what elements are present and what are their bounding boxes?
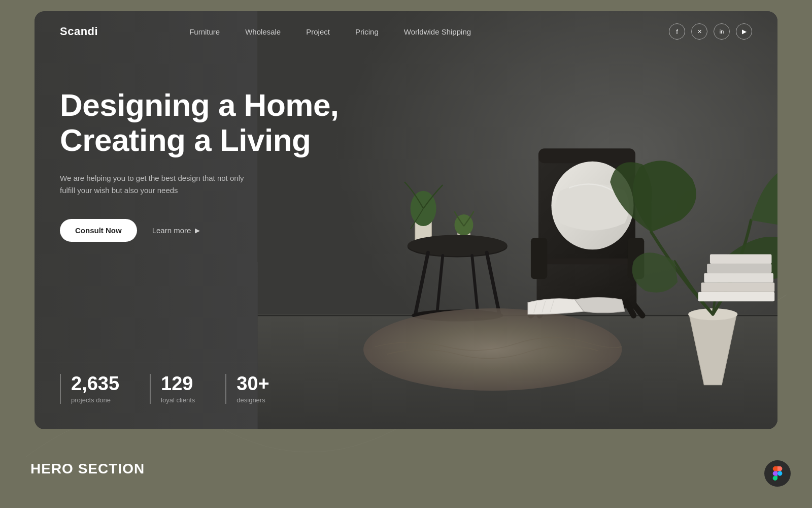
stats-section: 2,635 projects done 129 loyal clients 30…	[60, 374, 300, 404]
social-icons: f ✕ in ▶	[669, 23, 752, 40]
youtube-icon[interactable]: ▶	[736, 23, 752, 40]
navbar: Scandi Furniture Wholesale Project Prici…	[35, 11, 777, 52]
svg-rect-28	[701, 282, 775, 292]
nav-link-project[interactable]: Project	[306, 27, 330, 36]
floor-line	[35, 363, 777, 363]
learn-more-button[interactable]: Learn more ▶	[152, 226, 200, 235]
hero-title-line2: Creating a Living	[60, 122, 311, 157]
stat-clients: 129 loyal clients	[150, 374, 215, 404]
bottom-bar: HERO SECTION	[0, 429, 812, 508]
hero-title: Designing a Home, Creating a Living	[60, 87, 354, 158]
stat-projects: 2,635 projects done	[60, 374, 140, 404]
stat-designers: 30+ designers	[225, 374, 289, 404]
stat-designers-number: 30+	[236, 374, 269, 393]
hero-title-line1: Designing a Home,	[60, 87, 339, 122]
stat-projects-number: 2,635	[71, 374, 119, 393]
hero-subtitle: We are helping you to get the best desig…	[60, 172, 248, 197]
svg-rect-30	[707, 264, 771, 273]
svg-point-8	[408, 235, 507, 256]
nav-links: Furniture Wholesale Project Pricing Worl…	[189, 27, 669, 36]
nav-link-pricing[interactable]: Pricing	[355, 27, 379, 36]
twitter-icon[interactable]: ✕	[691, 23, 707, 40]
svg-rect-29	[704, 273, 773, 283]
logo[interactable]: Scandi	[60, 25, 98, 38]
svg-rect-31	[710, 255, 772, 264]
consult-now-button[interactable]: Consult Now	[60, 219, 137, 242]
svg-point-25	[363, 308, 622, 391]
stat-projects-label: projects done	[71, 396, 119, 404]
stat-clients-label: loyal clients	[161, 396, 195, 404]
svg-rect-19	[538, 148, 635, 163]
figma-badge[interactable]	[764, 460, 791, 487]
learn-more-arrow-icon: ▶	[195, 227, 200, 234]
figma-logo-icon	[770, 466, 785, 481]
stat-designers-label: designers	[236, 396, 269, 404]
hero-card: Scandi Furniture Wholesale Project Prici…	[35, 11, 777, 429]
svg-rect-27	[698, 292, 774, 302]
cta-row: Consult Now Learn more ▶	[60, 219, 354, 242]
hero-content: Designing a Home, Creating a Living We a…	[60, 87, 354, 242]
bottom-section-label: HERO SECTION	[30, 461, 145, 477]
nav-link-worldwide-shipping[interactable]: Worldwide Shipping	[404, 27, 471, 36]
svg-rect-20	[531, 238, 547, 279]
stat-clients-number: 129	[161, 374, 195, 393]
nav-link-furniture[interactable]: Furniture	[189, 27, 220, 36]
linkedin-icon[interactable]: in	[714, 23, 730, 40]
facebook-icon[interactable]: f	[669, 23, 685, 40]
nav-link-wholesale[interactable]: Wholesale	[245, 27, 281, 36]
learn-more-label: Learn more	[152, 226, 191, 235]
